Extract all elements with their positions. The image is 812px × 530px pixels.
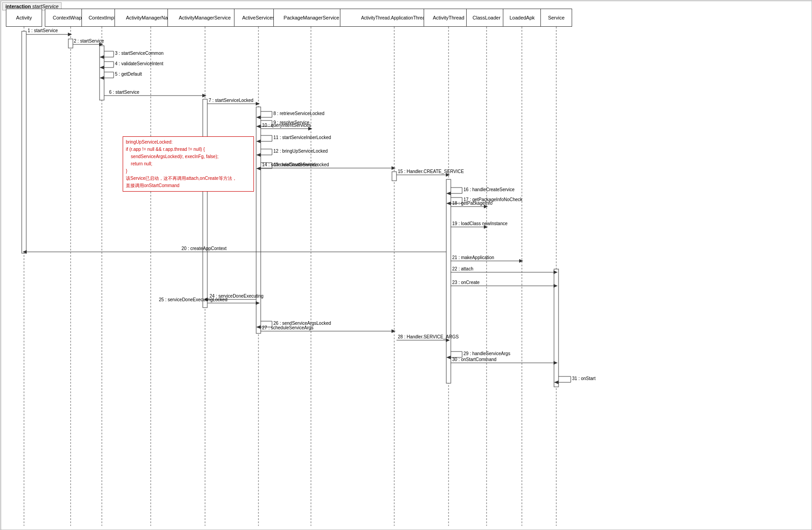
svg-text:20 : createAppContext: 20 : createAppContext <box>182 246 227 251</box>
svg-text:25 : serviceDoneExecutingLocke: 25 : serviceDoneExecutingLocked <box>159 297 227 302</box>
lifeline-service: Service <box>540 9 572 27</box>
svg-marker-55 <box>256 125 261 128</box>
svg-text:30 : onStartCommand: 30 : onStartCommand <box>452 357 497 362</box>
svg-marker-58 <box>308 127 312 130</box>
svg-marker-132 <box>554 361 558 365</box>
svg-text:5 : getDefault: 5 : getDefault <box>115 72 142 77</box>
svg-rect-13 <box>68 39 73 48</box>
svg-marker-24 <box>99 43 103 46</box>
svg-marker-76 <box>392 166 396 170</box>
svg-marker-98 <box>23 250 27 254</box>
svg-rect-139 <box>1 1 812 530</box>
svg-text:2 : startService: 2 : startService <box>74 39 104 43</box>
svg-marker-34 <box>100 66 104 69</box>
svg-marker-63 <box>256 140 261 143</box>
svg-text:16 : handleCreateService: 16 : handleCreateService <box>463 187 515 192</box>
svg-marker-73 <box>256 167 261 170</box>
svg-text:18 : getPackageInfo: 18 : getPackageInfo <box>452 201 492 206</box>
svg-marker-95 <box>484 225 488 229</box>
svg-marker-121 <box>392 329 396 333</box>
svg-text:31 : onStart: 31 : onStart <box>572 376 596 381</box>
svg-rect-18 <box>446 179 451 383</box>
lifeline-activityManagerService: ActivityManagerService <box>167 9 242 27</box>
arrows-svg: 1 : startService 2 : startService 3 : st… <box>0 0 812 530</box>
svg-marker-92 <box>484 205 488 208</box>
svg-marker-137 <box>554 381 559 384</box>
svg-text:21 : makeApplication: 21 : makeApplication <box>452 255 494 260</box>
svg-rect-16 <box>256 107 261 333</box>
svg-marker-21 <box>68 33 72 36</box>
svg-rect-15 <box>203 99 207 308</box>
svg-text:13 : realStartServiceLocked: 13 : realStartServiceLocked <box>273 162 329 167</box>
svg-marker-68 <box>256 153 261 157</box>
svg-marker-45 <box>256 102 260 106</box>
note-text: bringUpServiceLocked: if (r.app != null … <box>126 139 251 189</box>
svg-text:6 : startService: 6 : startService <box>109 90 139 95</box>
svg-text:26 : sendServiceArgsLocked: 26 : sendServiceArgsLocked <box>273 321 331 326</box>
svg-marker-110 <box>204 298 208 301</box>
svg-text:23 : onCreate: 23 : onCreate <box>452 280 480 285</box>
svg-marker-39 <box>100 76 104 80</box>
svg-marker-101 <box>519 259 523 263</box>
lifeline-loadedApk: LoadedApk <box>503 9 541 27</box>
svg-text:17 : getPackageInfoNoCheck: 17 : getPackageInfoNoCheck <box>463 197 523 202</box>
svg-marker-29 <box>100 55 104 59</box>
svg-text:14 : scheduleCreateService: 14 : scheduleCreateService <box>262 162 318 167</box>
svg-text:28 : Handler.SERVICE_ARGS: 28 : Handler.SERVICE_ARGS <box>398 334 459 339</box>
svg-marker-118 <box>256 325 261 329</box>
svg-text:19 : loadClass newInstance: 19 : loadClass newInstance <box>452 221 508 226</box>
svg-text:3 : startServiceCommon: 3 : startServiceCommon <box>115 51 163 56</box>
svg-text:4 : validateServiceIntent: 4 : validateServiceIntent <box>115 61 163 66</box>
svg-marker-107 <box>554 284 558 288</box>
diagram-container: interaction startService <box>0 0 812 530</box>
svg-marker-104 <box>554 270 558 274</box>
svg-text:10 : queryIntentServices: 10 : queryIntentServices <box>262 123 311 128</box>
note-box: bringUpServiceLocked: if (r.app != null … <box>123 136 254 192</box>
svg-text:11 : startServiceInnerLocked: 11 : startServiceInnerLocked <box>273 135 331 140</box>
lifeline-packageManagerService: PackageManagerService <box>273 9 349 27</box>
svg-text:15 : Handler.CREATE_SERVICE: 15 : Handler.CREATE_SERVICE <box>398 169 464 174</box>
svg-text:12 : bringUpServiceLocked: 12 : bringUpServiceLocked <box>273 149 328 154</box>
svg-rect-19 <box>554 269 559 387</box>
svg-marker-129 <box>446 356 451 359</box>
svg-marker-124 <box>446 338 450 342</box>
svg-text:8 : retrieveServiceLocked: 8 : retrieveServiceLocked <box>273 111 325 116</box>
svg-text:29 : handleServiceArgs: 29 : handleServiceArgs <box>463 351 510 356</box>
svg-text:24 : serviceDoneExecuting: 24 : serviceDoneExecuting <box>210 294 263 299</box>
svg-rect-12 <box>22 31 26 253</box>
svg-text:27 : scheduleServiceArgs: 27 : scheduleServiceArgs <box>262 325 313 330</box>
svg-rect-14 <box>100 46 104 100</box>
svg-marker-79 <box>446 173 450 177</box>
svg-marker-50 <box>256 116 261 119</box>
svg-text:9 : resolveService: 9 : resolveService <box>273 120 310 125</box>
svg-marker-84 <box>446 192 451 195</box>
svg-text:22 : attach: 22 : attach <box>452 266 473 271</box>
svg-marker-89 <box>446 202 451 205</box>
svg-text:7 : startServiceLocked: 7 : startServiceLocked <box>209 98 253 103</box>
lifeline-activity: Activity <box>6 9 42 27</box>
svg-rect-17 <box>392 172 396 181</box>
lifeline-classLoader: ClassLoader <box>466 9 507 27</box>
svg-marker-113 <box>256 301 260 305</box>
svg-marker-42 <box>202 94 206 97</box>
svg-text:1 : startService: 1 : startService <box>28 28 58 33</box>
